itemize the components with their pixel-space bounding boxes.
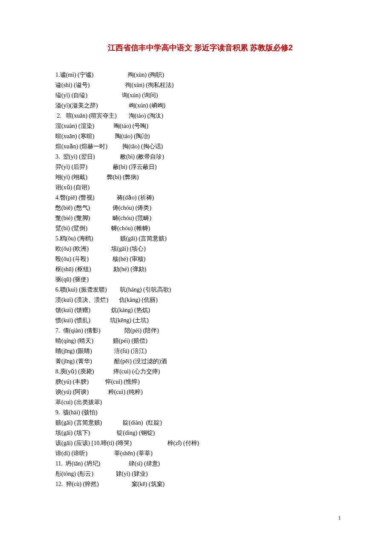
text-line: 枢(shū) (枢纽) 劾(hé) (弹劾) (55, 264, 345, 275)
text-line: 欧(ōu) (欧洲) 垓(gāi) (垓心) (55, 244, 345, 254)
text-line: 诩(xǔ) (自诩) (55, 182, 345, 193)
text-line: 9. 骇(hài) (骇怕) (55, 408, 345, 418)
text-line: 谛(dì) (谛听) 莘(shēn) (莘莘) (55, 448, 345, 459)
text-line: 馈(kuì) (馈赠) 炕(kàng) (热炕) (55, 305, 345, 315)
document-content: 1.谧(mì) (宁谧) 殉(xùn) (殉职)谥(shì) (谥号) 徇(xù… (55, 70, 345, 489)
text-line: 菁(jīng) (菁华) 醅(pēi) (没过滤的)酒 (55, 356, 345, 367)
text-line: 垓(gāi) (垓下) 锭(dìng) (钢锭) (55, 428, 345, 438)
text-line: 4.瞥(piē) (瞥视) 祷(dǎo) (祈祷) (55, 193, 345, 203)
text-line: 溃(kuì) (溃决、溃烂) 伉(kàng) (伉丽) (55, 295, 345, 305)
text-line: 谥(shì) (谥号) 徇(xùn) (徇私枉法) (55, 80, 345, 90)
text-line: 1.谧(mì) (宁谧) 殉(xùn) (殉职) (55, 70, 345, 80)
text-line: 殴(ōu) (斗殴) 核(hé) (审核) (55, 254, 345, 264)
text-line: 渲(xuàn) (渲染) 啕(táo) (号啕) (55, 121, 345, 131)
text-line: 蹩(bié) (蹩脚) 畴(chóu) (范畴) (55, 213, 345, 223)
text-line: 5.鸥(ōu) (海鸥) 赅(gāi) (言简意赅) (55, 234, 345, 244)
text-line: 萃(cuì) (出类拔萃) (55, 397, 345, 408)
text-line: 腴(yú) (丰腴) 悴(cuì) (憔悴) (55, 377, 345, 387)
text-line: 溢(yì)(溢美之辞) 峋(xún) (嶙峋) (55, 101, 345, 111)
text-line: 暄(xuān) (寒暄) 陶(táo) (陶冶) (55, 131, 345, 142)
text-line: 该(gāi) (应该) [10.啼(tí) (啼哭) 梓(zǐ) (付梓) (55, 438, 345, 448)
text-line: 躄(bì) (躄倒) 帱(chóu) (帷帱) (55, 223, 345, 234)
text-line: 愦(kuì) (愦乱) 坑(kēng) (土坑) (55, 315, 345, 326)
text-line: 彤(tóng) (彤云) 肄(yì) (肄业) (55, 469, 345, 479)
text-line: 羿(yì) (后羿) 蔽(bì) (浮云蔽日) (55, 162, 345, 172)
text-line: 缢(yì) (自缢) 询(xún) (询问) (55, 90, 345, 101)
text-line: 12. 猝(cù) (猝然) 窠(kē) (筑窠) (55, 479, 345, 489)
text-line: 驱(qū) (驱使) (55, 275, 345, 285)
text-line: 8.庾(yǔ) (庾毙) 瘁(cuì) (心力交瘁) (55, 367, 345, 377)
text-line: 6.聩(kuì) (振聋发聩) 吭(háng) (引吭高歌) (55, 285, 345, 295)
text-line: 憋(biē) (憋气) 俦(chóu) (俦类) (55, 203, 345, 213)
text-line: 2. 喧(xuān) (喧宾夺主) 淘(táo) (淘汰) (55, 111, 345, 121)
document-title: 江西省信丰中学高中语文 形近字读音积累 苏教版必修2 (55, 43, 345, 53)
text-line: 煊(xuǎn) (煊赫一时) 掏(tāo) (掏心话) (55, 142, 345, 152)
text-line: 翊(yì) (翊戴) 弊(bì) (弊病) (55, 172, 345, 182)
text-line: 3. 翌(yì) (翌日) 敝(bì) (敝帚自珍) (55, 152, 345, 162)
page-number: 1 (55, 515, 345, 521)
text-line: 晴(qíng) (晴天) 赔(péi) (赔偿) (55, 336, 345, 346)
document-page: 江西省信丰中学高中语文 形近字读音积累 苏教版必修2 1.谧(mì) (宁谧) … (0, 0, 392, 547)
text-line: 赅(gāi) (言简意赅) 靛(diàn) (红靛) (55, 418, 345, 428)
text-line: 7. 倩(qiàn) (倩影) 陪(péi) (陪伴) (55, 326, 345, 336)
text-line: 11. 坍(tān) (坍圮) 肆(sì) (肆意) (55, 459, 345, 469)
text-line: 睛(jīng) (眼睛) 涪(fú) (涪江) (55, 346, 345, 356)
text-line: 谀(yú) (阿谀) 粹(cuì) (纯粹) (55, 387, 345, 397)
